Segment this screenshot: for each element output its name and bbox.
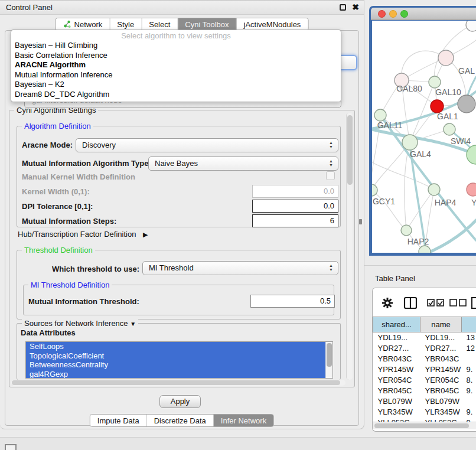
network-node-gal10[interactable] [429,76,441,88]
tab-jactivemnodules[interactable]: jActiveMNodules [237,18,308,30]
manual-kernel-width-checkbox[interactable] [326,171,335,180]
network-window-titlebar[interactable] [371,8,476,20]
select-all-checkboxes-icon[interactable] [427,299,445,307]
network-canvas[interactable]: GALGAL80GAL10GAL1GAL11SWI4GAL4GCY1HAP4YH… [372,21,476,253]
table-cell[interactable]: 8. [462,375,476,386]
gear-icon[interactable] [381,296,394,309]
table-cell[interactable]: YBR045C [373,386,420,396]
table-cell[interactable]: YDR27... [420,343,462,354]
table-cell[interactable]: YLR345W [420,407,462,418]
apply-button[interactable]: Apply [159,395,201,408]
data-attribute-item[interactable]: gal4RGexp [26,370,332,379]
network-node[interactable] [466,21,476,31]
list-scrollbar[interactable] [325,342,332,379]
network-node[interactable] [467,145,476,164]
split-pane-handle[interactable] [359,219,362,224]
table-cell[interactable] [462,354,476,364]
table-row[interactable]: YPR145WYPR145W9. [373,364,476,375]
tab-style[interactable]: Style [110,18,142,30]
tab-network[interactable]: Network [56,18,110,30]
column-header-a[interactable]: A [462,317,476,332]
data-attribute-item[interactable]: BetweennessCentrality [26,360,332,370]
network-node[interactable] [458,95,475,113]
settings-vertical-scrollbar[interactable] [346,113,353,380]
tab-discretize-data[interactable]: Discretize Data [147,415,214,426]
network-node-hap4[interactable] [428,184,440,195]
table-row[interactable]: YLR345WYLR345W9. [373,407,476,418]
network-node-hap2[interactable] [401,225,412,236]
table-cell[interactable]: 12 [462,343,476,354]
which-threshold-combo[interactable]: MI Threshold ▲▼ [142,261,338,275]
table-cell[interactable]: YLR345W [373,407,420,418]
table-cell[interactable]: YDR27... [373,343,420,354]
table-cell[interactable]: YBR043C [373,354,420,364]
settings-vertical-scrollbar-thumb[interactable] [347,115,353,185]
mi-steps-field[interactable]: 6 [252,214,338,227]
table-cell[interactable]: YBR045C [420,386,462,396]
table-cell[interactable]: 9. [462,364,476,375]
network-node-gal[interactable] [438,50,454,66]
kernel-width-field[interactable]: 0.0 [252,185,338,198]
data-attributes-list[interactable]: SelfLoopsTopologicalCoefficientBetweenne… [25,341,333,379]
algorithm-option[interactable]: Mutual Information Inference [11,70,341,80]
network-node[interactable] [419,246,431,253]
column-header-shared[interactable]: shared... [373,317,420,332]
zoom-traffic-light-icon[interactable] [400,10,408,18]
sources-group-title[interactable]: Sources for Network Inference ▼ [22,319,138,328]
table-row[interactable]: YDR27...YDR27...12 [373,343,476,354]
settings-horizontal-scrollbar[interactable] [11,380,345,386]
close-icon[interactable]: ✖ [352,2,359,12]
table-row[interactable]: YDL19...YDL19...13 [373,332,476,343]
node-table[interactable]: shared...nameAYDL19...YDL19...13YDR27...… [373,317,476,428]
table-horizontal-scrollbar-thumb[interactable] [374,423,469,428]
algorithm-option[interactable]: Basic Correlation Inference [11,51,341,61]
table-cell[interactable]: YDL19... [373,332,420,343]
settings-horizontal-scrollbar-thumb[interactable] [12,380,340,385]
table-cell[interactable]: YBL079W [420,396,462,407]
tab-cyni-toolbox[interactable]: Cyni Toolbox [178,18,236,30]
tab-impute-data[interactable]: Impute Data [90,415,147,426]
algorithm-option[interactable]: Dream8 DC_TDC Algorithm [11,90,341,100]
table-cell[interactable]: YER054C [373,375,420,386]
deselect-all-checkboxes-icon[interactable] [449,299,467,307]
table-cell[interactable]: 9. [462,407,476,418]
algorithm-option[interactable]: ARACNE Algorithm [11,60,341,70]
close-traffic-light-icon[interactable] [378,10,386,18]
network-node-gal1[interactable] [431,100,444,113]
table-cell[interactable]: YPR145W [373,364,420,375]
table-row[interactable]: YBR043CYBR043C [373,354,476,364]
mi-threshold-field[interactable]: 0.5 [250,295,335,308]
dpi-tolerance-field[interactable]: 0.0 [252,200,338,213]
data-attribute-item[interactable]: TopologicalCoefficient [26,351,332,361]
table-cell[interactable]: 13 [462,332,476,343]
float-window-icon[interactable] [340,4,346,11]
network-node-swi4[interactable] [444,123,455,135]
algorithm-option[interactable]: Bayesian – K2 [11,80,341,90]
table-row[interactable]: YER054CYER054C8. [373,375,476,386]
tab-infer-network[interactable]: Infer Network [214,415,273,426]
minimize-traffic-light-icon[interactable] [389,10,397,18]
network-node-gal4[interactable] [402,135,418,150]
table-cell[interactable]: YDL19... [420,332,462,343]
table-cell[interactable]: YPR145W [420,364,462,375]
table-cell[interactable] [462,396,476,407]
column-layout-icon[interactable] [403,296,418,309]
hub-definition-expander[interactable]: Hub/Transcription Factor Definition ▶ [18,230,148,239]
table-cell[interactable]: YBL079W [373,396,420,407]
mi-algorithm-type-combo[interactable]: Naive Bayes ▲▼ [148,156,338,171]
network-node-gal11[interactable] [374,109,386,121]
algorithm-option[interactable]: Bayesian – Hill Climbing [11,41,341,51]
table-row[interactable]: YBR045CYBR045C9. [373,386,476,396]
network-node-y[interactable] [467,183,476,196]
list-scrollbar-thumb[interactable] [327,343,332,367]
aracne-mode-combo[interactable]: Discovery ▲▼ [76,138,338,152]
document-icon[interactable] [471,296,476,309]
table-horizontal-scrollbar[interactable] [373,422,476,429]
table-row[interactable]: YBL079WYBL079W [373,396,476,407]
table-cell[interactable]: YBR043C [420,354,462,364]
minimized-panel-icon[interactable] [5,444,17,450]
column-header-name[interactable]: name [420,317,462,332]
table-cell[interactable]: 9. [462,386,476,396]
data-attribute-item[interactable]: SelfLoops [26,342,332,351]
tab-select[interactable]: Select [142,18,178,30]
